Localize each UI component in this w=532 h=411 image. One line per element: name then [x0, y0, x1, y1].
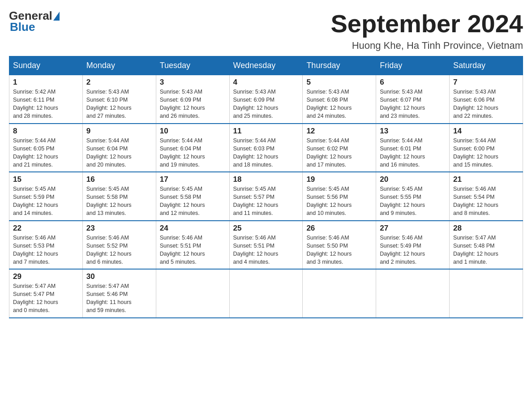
calendar-table: SundayMondayTuesdayWednesdayThursdayFrid…	[9, 56, 523, 318]
day-info: Sunrise: 5:44 AMSunset: 6:04 PMDaylight:…	[86, 137, 152, 169]
day-info: Sunrise: 5:47 AMSunset: 5:46 PMDaylight:…	[86, 282, 152, 315]
weekday-header-monday: Monday	[82, 56, 156, 75]
day-info: Sunrise: 5:44 AMSunset: 6:01 PMDaylight:…	[380, 137, 446, 169]
weekday-header-row: SundayMondayTuesdayWednesdayThursdayFrid…	[9, 56, 523, 75]
day-info: Sunrise: 5:43 AMSunset: 6:09 PMDaylight:…	[233, 88, 299, 120]
day-number: 27	[380, 224, 446, 233]
weekday-header-sunday: Sunday	[9, 56, 83, 75]
week-row-1: 1Sunrise: 5:42 AMSunset: 6:11 PMDaylight…	[9, 75, 523, 124]
calendar-cell	[376, 269, 450, 318]
day-info: Sunrise: 5:45 AMSunset: 5:57 PMDaylight:…	[233, 185, 299, 218]
day-number: 23	[86, 224, 152, 233]
day-number: 3	[160, 78, 226, 87]
day-number: 7	[453, 78, 519, 87]
week-row-2: 8Sunrise: 5:44 AMSunset: 6:05 PMDaylight…	[9, 124, 523, 172]
day-info: Sunrise: 5:43 AMSunset: 6:06 PMDaylight:…	[453, 88, 519, 120]
calendar-cell: 11Sunrise: 5:44 AMSunset: 6:03 PMDayligh…	[229, 124, 303, 172]
calendar-cell: 22Sunrise: 5:46 AMSunset: 5:53 PMDayligh…	[9, 221, 83, 270]
calendar-cell: 16Sunrise: 5:45 AMSunset: 5:58 PMDayligh…	[82, 172, 156, 221]
weekday-header-tuesday: Tuesday	[156, 56, 229, 75]
day-number: 29	[13, 272, 79, 281]
calendar-cell: 18Sunrise: 5:45 AMSunset: 5:57 PMDayligh…	[229, 172, 303, 221]
calendar-cell: 20Sunrise: 5:45 AMSunset: 5:55 PMDayligh…	[376, 172, 450, 221]
calendar-cell: 29Sunrise: 5:47 AMSunset: 5:47 PMDayligh…	[9, 269, 83, 318]
weekday-header-wednesday: Wednesday	[229, 56, 303, 75]
calendar-cell: 15Sunrise: 5:45 AMSunset: 5:59 PMDayligh…	[9, 172, 83, 221]
day-info: Sunrise: 5:43 AMSunset: 6:07 PMDaylight:…	[380, 88, 446, 120]
day-number: 18	[233, 175, 299, 184]
calendar-cell: 8Sunrise: 5:44 AMSunset: 6:05 PMDaylight…	[9, 124, 83, 172]
calendar-cell: 9Sunrise: 5:44 AMSunset: 6:04 PMDaylight…	[82, 124, 156, 172]
day-info: Sunrise: 5:43 AMSunset: 6:10 PMDaylight:…	[86, 88, 152, 120]
weekday-header-friday: Friday	[376, 56, 450, 75]
calendar-cell: 13Sunrise: 5:44 AMSunset: 6:01 PMDayligh…	[376, 124, 450, 172]
day-info: Sunrise: 5:44 AMSunset: 6:03 PMDaylight:…	[233, 137, 299, 169]
day-info: Sunrise: 5:46 AMSunset: 5:49 PMDaylight:…	[380, 234, 446, 266]
calendar-cell: 27Sunrise: 5:46 AMSunset: 5:49 PMDayligh…	[376, 221, 450, 270]
day-number: 6	[380, 78, 446, 87]
calendar-cell: 3Sunrise: 5:43 AMSunset: 6:09 PMDaylight…	[156, 75, 229, 124]
day-number: 13	[380, 127, 446, 136]
calendar-cell: 2Sunrise: 5:43 AMSunset: 6:10 PMDaylight…	[82, 75, 156, 124]
day-info: Sunrise: 5:45 AMSunset: 5:58 PMDaylight:…	[160, 185, 226, 218]
day-info: Sunrise: 5:46 AMSunset: 5:50 PMDaylight:…	[306, 234, 372, 266]
day-info: Sunrise: 5:44 AMSunset: 6:04 PMDaylight:…	[160, 137, 226, 169]
location-text: Huong Khe, Ha Tinh Province, Vietnam	[330, 40, 523, 51]
day-number: 11	[233, 127, 299, 136]
weekday-header-thursday: Thursday	[303, 56, 376, 75]
week-row-4: 22Sunrise: 5:46 AMSunset: 5:53 PMDayligh…	[9, 221, 523, 270]
day-info: Sunrise: 5:47 AMSunset: 5:47 PMDaylight:…	[13, 282, 79, 315]
day-info: Sunrise: 5:45 AMSunset: 5:59 PMDaylight:…	[13, 185, 79, 218]
calendar-cell: 17Sunrise: 5:45 AMSunset: 5:58 PMDayligh…	[156, 172, 229, 221]
day-info: Sunrise: 5:43 AMSunset: 6:09 PMDaylight:…	[160, 88, 226, 120]
weekday-header-saturday: Saturday	[450, 56, 523, 75]
week-row-5: 29Sunrise: 5:47 AMSunset: 5:47 PMDayligh…	[9, 269, 523, 318]
day-number: 22	[13, 224, 79, 233]
title-block: September 2024 Huong Khe, Ha Tinh Provin…	[330, 9, 523, 51]
day-number: 26	[306, 224, 372, 233]
calendar-cell: 23Sunrise: 5:46 AMSunset: 5:52 PMDayligh…	[82, 221, 156, 270]
day-info: Sunrise: 5:46 AMSunset: 5:53 PMDaylight:…	[13, 234, 79, 266]
day-info: Sunrise: 5:44 AMSunset: 6:02 PMDaylight:…	[306, 137, 372, 169]
calendar-cell	[156, 269, 229, 318]
day-info: Sunrise: 5:46 AMSunset: 5:52 PMDaylight:…	[86, 234, 152, 266]
day-info: Sunrise: 5:42 AMSunset: 6:11 PMDaylight:…	[13, 88, 79, 120]
day-number: 9	[86, 127, 152, 136]
calendar-cell: 14Sunrise: 5:44 AMSunset: 6:00 PMDayligh…	[450, 124, 523, 172]
calendar-cell	[229, 269, 303, 318]
day-info: Sunrise: 5:45 AMSunset: 5:56 PMDaylight:…	[306, 185, 372, 218]
day-number: 8	[13, 127, 79, 136]
day-number: 28	[453, 224, 519, 233]
day-number: 17	[160, 175, 226, 184]
day-info: Sunrise: 5:46 AMSunset: 5:51 PMDaylight:…	[160, 234, 226, 266]
day-number: 10	[160, 127, 226, 136]
day-info: Sunrise: 5:44 AMSunset: 6:00 PMDaylight:…	[453, 137, 519, 169]
day-number: 25	[233, 224, 299, 233]
calendar-cell: 5Sunrise: 5:43 AMSunset: 6:08 PMDaylight…	[303, 75, 376, 124]
day-number: 5	[306, 78, 372, 87]
calendar-cell: 7Sunrise: 5:43 AMSunset: 6:06 PMDaylight…	[450, 75, 523, 124]
page-header: General Blue September 2024 Huong Khe, H…	[9, 9, 523, 51]
calendar-cell: 25Sunrise: 5:46 AMSunset: 5:51 PMDayligh…	[229, 221, 303, 270]
calendar-cell: 26Sunrise: 5:46 AMSunset: 5:50 PMDayligh…	[303, 221, 376, 270]
day-info: Sunrise: 5:46 AMSunset: 5:54 PMDaylight:…	[453, 185, 519, 218]
calendar-cell: 28Sunrise: 5:47 AMSunset: 5:48 PMDayligh…	[450, 221, 523, 270]
calendar-cell: 1Sunrise: 5:42 AMSunset: 6:11 PMDaylight…	[9, 75, 83, 124]
day-number: 1	[13, 78, 79, 87]
week-row-3: 15Sunrise: 5:45 AMSunset: 5:59 PMDayligh…	[9, 172, 523, 221]
day-info: Sunrise: 5:45 AMSunset: 5:55 PMDaylight:…	[380, 185, 446, 218]
day-number: 21	[453, 175, 519, 184]
day-number: 19	[306, 175, 372, 184]
calendar-cell: 6Sunrise: 5:43 AMSunset: 6:07 PMDaylight…	[376, 75, 450, 124]
calendar-cell: 21Sunrise: 5:46 AMSunset: 5:54 PMDayligh…	[450, 172, 523, 221]
day-number: 15	[13, 175, 79, 184]
day-info: Sunrise: 5:45 AMSunset: 5:58 PMDaylight:…	[86, 185, 152, 218]
month-title: September 2024	[330, 9, 523, 38]
calendar-cell	[450, 269, 523, 318]
calendar-cell: 24Sunrise: 5:46 AMSunset: 5:51 PMDayligh…	[156, 221, 229, 270]
day-info: Sunrise: 5:47 AMSunset: 5:48 PMDaylight:…	[453, 234, 519, 266]
calendar-cell: 19Sunrise: 5:45 AMSunset: 5:56 PMDayligh…	[303, 172, 376, 221]
day-number: 16	[86, 175, 152, 184]
logo: General Blue	[9, 9, 60, 34]
calendar-cell: 10Sunrise: 5:44 AMSunset: 6:04 PMDayligh…	[156, 124, 229, 172]
